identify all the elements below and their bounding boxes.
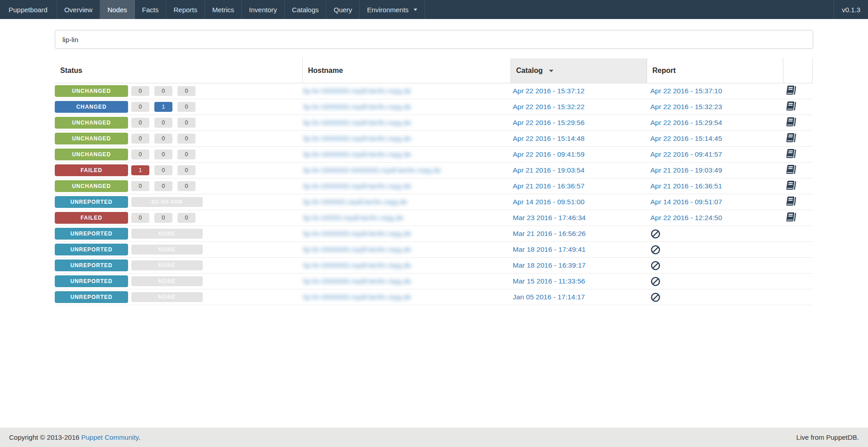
- catalog-link[interactable]: Mar 18 2016 - 16:39:17: [513, 261, 586, 269]
- column-header-status[interactable]: Status: [55, 58, 302, 83]
- copyright-text: Copyright © 2013-2016: [9, 433, 81, 441]
- book-icon: [786, 132, 796, 143]
- table-row: UNREPORTED NONE lip-lin-0000000.mpdl-ber…: [55, 242, 812, 258]
- nav-item-overview[interactable]: Overview: [57, 0, 100, 19]
- navbar-menu: Puppetboard Overview Nodes Facts Reports…: [0, 0, 425, 19]
- report-book-link[interactable]: [786, 105, 796, 113]
- navbar: Puppetboard Overview Nodes Facts Reports…: [0, 0, 868, 19]
- table-row: FAILED 100 lip-lin-0000000-0000000.mpdl-…: [55, 163, 812, 178]
- column-header-hostname[interactable]: Hostname: [302, 58, 510, 83]
- status-counter: 0: [177, 213, 196, 223]
- column-header-actions: [783, 58, 812, 83]
- report-book-link[interactable]: [786, 216, 796, 224]
- status-counter: 0: [131, 181, 149, 191]
- hostname-link[interactable]: lip-lin-000000.mpdl-berlin.mpg.de: [303, 198, 407, 206]
- hostname-link[interactable]: lip-lin-0000000.mpdl-berlin.mpg.de: [303, 119, 411, 126]
- report-book-link[interactable]: [786, 89, 796, 97]
- hostname-link[interactable]: lip-lin-0000000.mpdl-berlin.mpg.de: [303, 277, 411, 285]
- nav-item-environments[interactable]: Environments: [360, 0, 425, 19]
- report-link[interactable]: Apr 21 2016 - 19:03:49: [650, 166, 722, 174]
- report-link[interactable]: Apr 22 2016 - 09:41:57: [650, 150, 722, 159]
- hostname-link[interactable]: lip-lin-0000000.mpdl-berlin.mpg.de: [303, 103, 411, 111]
- nav-item-facts[interactable]: Facts: [135, 0, 167, 19]
- report-book-link[interactable]: [786, 153, 796, 160]
- status-counter: NONE: [131, 229, 203, 239]
- table-row: UNCHANGED 000 lip-lin-0000000.mpdl-berli…: [55, 115, 812, 131]
- nav-item-nodes[interactable]: Nodes: [100, 0, 134, 19]
- status-counter: 0: [177, 134, 196, 144]
- status-counter: 0: [131, 134, 149, 144]
- catalog-link[interactable]: Apr 21 2016 - 19:03:54: [513, 166, 585, 174]
- report-link[interactable]: Apr 14 2016 - 09:51:07: [650, 198, 722, 206]
- status-badge: UNREPORTED: [55, 228, 128, 240]
- status-counter: 0: [154, 118, 172, 128]
- book-icon: [786, 164, 796, 175]
- hostname-link[interactable]: lip-lin-0000000.mpdl-berlin.mpg.de: [303, 182, 411, 190]
- report-book-link[interactable]: [786, 200, 796, 208]
- column-header-catalog[interactable]: Catalog: [510, 58, 647, 83]
- table-row: UNREPORTED NONE lip-lin-0000000.mpdl-ber…: [55, 258, 812, 274]
- report-book-link[interactable]: [786, 184, 796, 192]
- table-row: CHANGED 010 lip-lin-0000000.mpdl-berlin.…: [55, 99, 812, 115]
- status-badge: CHANGED: [55, 101, 128, 113]
- report-link[interactable]: Apr 22 2016 - 12:24:50: [650, 214, 722, 222]
- hostname-link[interactable]: lip-lin-0000000.mpdl-berlin.mpg.de: [303, 245, 411, 253]
- status-counters: 100: [131, 165, 196, 175]
- table-row: UNCHANGED 000 lip-lin-0000000.mpdl-berli…: [55, 147, 812, 163]
- hostname-link[interactable]: lip-lin-0000000.mpdl-berlin.mpg.de: [303, 87, 411, 95]
- nav-item-inventory[interactable]: Inventory: [242, 0, 285, 19]
- report-book-link[interactable]: [786, 137, 796, 144]
- hostname-link[interactable]: lip-lin-00000.mpdl-berlin.mpg.de: [303, 214, 403, 221]
- nav-item-catalogs[interactable]: Catalogs: [285, 0, 326, 19]
- catalog-link[interactable]: Apr 22 2016 - 15:32:22: [513, 103, 585, 111]
- hostname-link[interactable]: lip-lin-0000000-0000000.mpdl-berlin.mpg.…: [303, 166, 441, 174]
- catalog-link[interactable]: Apr 14 2016 - 09:51:00: [513, 198, 585, 206]
- status-counters: 000: [131, 86, 196, 96]
- report-link[interactable]: Apr 22 2016 - 15:14:45: [650, 135, 722, 143]
- column-header-label: Catalog: [516, 67, 543, 74]
- report-book-link[interactable]: [786, 168, 796, 176]
- hostname-link[interactable]: lip-lin-0000000.mpdl-berlin.mpg.de: [303, 261, 411, 269]
- status-counter: 0: [154, 213, 172, 223]
- status-counter: 0: [154, 149, 172, 159]
- status-badge: UNREPORTED: [55, 275, 128, 287]
- catalog-link[interactable]: Apr 21 2016 - 16:36:57: [513, 182, 585, 190]
- status-badge: UNREPORTED: [55, 260, 128, 271]
- report-link[interactable]: Apr 22 2016 - 15:37:10: [650, 87, 722, 95]
- report-link[interactable]: Apr 22 2016 - 15:32:23: [650, 103, 722, 111]
- status-counter: 0: [131, 102, 149, 112]
- status-counters: 000: [131, 134, 196, 144]
- node-search-input[interactable]: [55, 30, 813, 49]
- report-book-link[interactable]: [786, 121, 796, 129]
- hostname-link[interactable]: lip-lin-0000000.mpdl-berlin.mpg.de: [303, 293, 411, 301]
- nav-item-query[interactable]: Query: [326, 0, 360, 19]
- status-counters: NONE: [131, 276, 203, 286]
- catalog-link[interactable]: Mar 23 2016 - 17:46:34: [513, 214, 586, 221]
- ban-icon: [650, 229, 661, 239]
- nodes-table-body: UNCHANGED 000 lip-lin-0000000.mpdl-berli…: [55, 83, 812, 305]
- column-header-report[interactable]: Report: [647, 58, 783, 83]
- catalog-link[interactable]: Apr 22 2016 - 15:29:56: [513, 119, 585, 126]
- nav-item-reports[interactable]: Reports: [166, 0, 205, 19]
- hostname-link[interactable]: lip-lin-0000000.mpdl-berlin.mpg.de: [303, 150, 411, 158]
- status-counter: NONE: [131, 276, 203, 286]
- report-link[interactable]: Apr 22 2016 - 15:29:54: [650, 119, 722, 127]
- hostname-link[interactable]: lip-lin-0000000.mpdl-berlin.mpg.de: [303, 230, 411, 237]
- catalog-link[interactable]: Mar 18 2016 - 17:49:41: [513, 245, 586, 253]
- navbar-brand[interactable]: Puppetboard: [0, 0, 57, 19]
- puppet-community-link[interactable]: Puppet Community: [81, 433, 138, 441]
- catalog-link[interactable]: Mar 15 2016 - 11:33:56: [513, 277, 585, 285]
- catalog-link[interactable]: Mar 21 2016 - 16:56:26: [513, 230, 586, 237]
- nav-item-metrics[interactable]: Metrics: [205, 0, 242, 19]
- report-link[interactable]: Apr 21 2016 - 16:36:51: [650, 182, 722, 190]
- catalog-link[interactable]: Jan 05 2016 - 17:14:17: [513, 293, 585, 301]
- catalog-link[interactable]: Apr 22 2016 - 09:41:59: [513, 150, 585, 158]
- status-badge: UNCHANGED: [55, 149, 128, 160]
- status-badge: UNREPORTED: [55, 291, 128, 303]
- catalog-link[interactable]: Apr 22 2016 - 15:37:12: [513, 87, 585, 95]
- status-counter: 0: [177, 102, 196, 112]
- status-counter: 0: [131, 118, 149, 128]
- catalog-link[interactable]: Apr 22 2016 - 15:14:48: [513, 135, 585, 142]
- footer-status: Live from PuppetDB.: [796, 433, 859, 441]
- hostname-link[interactable]: lip-lin-0000000.mpdl-berlin.mpg.de: [303, 135, 411, 142]
